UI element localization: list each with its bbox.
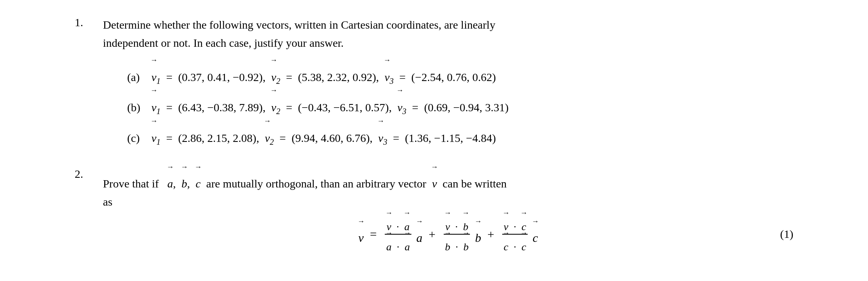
page: 1. Determine whether the following vecto…: [50, 0, 818, 281]
problem-2-text4: as: [103, 196, 112, 208]
problem-1: 1. Determine whether the following vecto…: [75, 16, 793, 152]
problem-2-text1: Prove that if: [103, 177, 159, 190]
frac-2-den: b · b: [443, 235, 470, 253]
problem-1-text: Determine whether the following vectors,…: [103, 16, 793, 52]
problem-2-text: Prove that if a, b, c are mutually ortho…: [103, 168, 793, 211]
sub-label-c: (c): [127, 132, 151, 145]
problem-1-content: Determine whether the following vectors,…: [103, 16, 793, 152]
problem-2-content: Prove that if a, b, c are mutually ortho…: [103, 168, 793, 257]
frac-1-den: a · a: [385, 235, 412, 253]
sub-content-b: v1 = (6.43, −0.38, 7.89), v2 = (−0.43, −…: [151, 91, 509, 118]
fraction-1: v · a a · a: [385, 215, 412, 253]
problem-1-line1: Determine whether the following vectors,…: [103, 19, 495, 31]
frac-3-den: c · c: [502, 235, 528, 253]
problem-1-number: 1.: [75, 16, 103, 152]
fraction-2: v · b b · b: [443, 215, 470, 253]
sub-problems: (a) v1 = (0.37, 0.41, −0.92), v2 = (5.38…: [127, 60, 793, 149]
problem-2-text2: are mutually orthogonal, than an arbitra…: [206, 177, 426, 190]
problem-2-text3: can be written: [442, 177, 507, 190]
sub-label-b: (b): [127, 101, 151, 114]
equation-number: (1): [780, 228, 793, 241]
sub-label-a: (a): [127, 71, 151, 84]
problem-2-number: 2.: [75, 168, 103, 257]
sub-problem-a: (a) v1 = (0.37, 0.41, −0.92), v2 = (5.38…: [127, 60, 793, 88]
sub-content-c: v1 = (2.86, 2.15, 2.08), v2 = (9.94, 4.6…: [151, 121, 496, 149]
fraction-3: v · c c · c: [502, 215, 528, 253]
sub-problem-c: (c) v1 = (2.86, 2.15, 2.08), v2 = (9.94,…: [127, 121, 793, 149]
problem-1-line2: independent or not. In each case, justif…: [103, 37, 344, 49]
sub-problem-b: (b) v1 = (6.43, −0.38, 7.89), v2 = (−0.4…: [127, 91, 793, 118]
equation-1: v = v · a a · a: [103, 215, 793, 253]
equation-inner: v = v · a a · a: [358, 215, 538, 253]
sub-content-a: v1 = (0.37, 0.41, −0.92), v2 = (5.38, 2.…: [151, 60, 496, 88]
problem-2: 2. Prove that if a, b, c are mutually or…: [75, 168, 793, 257]
